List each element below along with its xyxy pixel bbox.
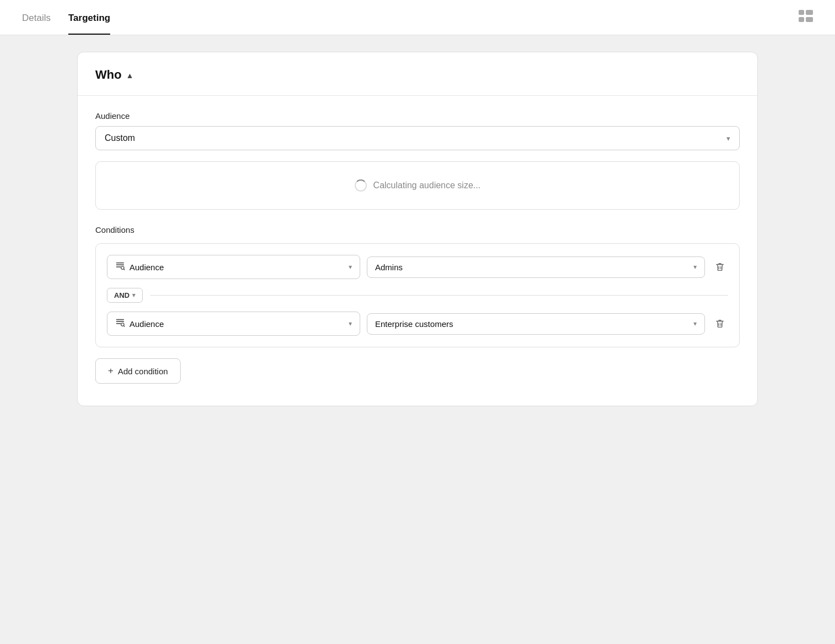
svg-rect-0	[799, 10, 804, 15]
condition-type-label-2: Audience	[129, 319, 344, 329]
svg-rect-2	[799, 17, 804, 22]
and-chevron-down-icon: ▾	[132, 292, 135, 299]
svg-rect-3	[806, 17, 813, 22]
add-condition-label: Add condition	[118, 367, 168, 376]
audience-select-value: Custom	[105, 133, 135, 143]
conditions-container: Audience ▾ Admins ▾	[95, 243, 740, 347]
svg-rect-4	[116, 263, 124, 264]
who-card: Who ▲ Audience Custom ▾ Calculating audi…	[77, 52, 758, 406]
audience-chevron-down-icon: ▾	[726, 134, 730, 143]
condition-value-select-1[interactable]: Admins ▾	[367, 256, 705, 278]
tab-targeting[interactable]: Targeting	[68, 13, 110, 35]
conditions-label: Conditions	[95, 225, 740, 234]
svg-rect-9	[116, 321, 124, 322]
audience-type-icon-1	[115, 261, 125, 273]
plus-icon: +	[108, 365, 113, 376]
condition-value-label-2: Enterprise customers	[375, 319, 453, 329]
collapse-chevron-icon[interactable]: ▲	[126, 71, 134, 80]
section-divider	[78, 95, 757, 96]
tab-details[interactable]: Details	[22, 13, 51, 35]
svg-rect-6	[116, 266, 121, 268]
condition-value-chevron-2: ▾	[693, 320, 697, 328]
section-header: Who ▲	[95, 68, 740, 82]
and-badge[interactable]: AND ▾	[107, 288, 143, 303]
condition-type-chevron-2: ▾	[349, 320, 352, 328]
and-label: AND	[114, 291, 129, 299]
calculating-box: Calculating audience size...	[95, 161, 740, 210]
svg-rect-10	[116, 323, 121, 324]
loading-spinner	[355, 179, 367, 192]
condition-row-1: Audience ▾ Admins ▾	[107, 255, 728, 279]
main-content: Who ▲ Audience Custom ▾ Calculating audi…	[0, 35, 835, 423]
audience-field: Audience Custom ▾	[95, 111, 740, 150]
delete-condition-button-2[interactable]	[712, 315, 728, 332]
audience-type-icon-2	[115, 318, 125, 330]
tab-details-label: Details	[22, 13, 51, 23]
and-row: AND ▾	[107, 288, 728, 303]
condition-type-chevron-1: ▾	[349, 263, 352, 271]
svg-rect-5	[116, 264, 124, 265]
condition-value-chevron-1: ▾	[693, 263, 697, 271]
svg-rect-8	[116, 319, 124, 320]
layout-icon[interactable]	[799, 10, 813, 25]
nav-tabs: Details Targeting	[22, 0, 110, 35]
tab-targeting-label: Targeting	[68, 13, 110, 23]
audience-label: Audience	[95, 111, 740, 121]
add-condition-button[interactable]: + Add condition	[95, 358, 181, 384]
condition-value-label-1: Admins	[375, 263, 403, 272]
audience-select[interactable]: Custom ▾	[95, 126, 740, 150]
delete-condition-button-1[interactable]	[712, 259, 728, 275]
and-divider-line	[150, 295, 728, 296]
top-nav: Details Targeting	[0, 0, 835, 35]
condition-type-select-1[interactable]: Audience ▾	[107, 255, 360, 279]
condition-value-select-2[interactable]: Enterprise customers ▾	[367, 313, 705, 335]
svg-rect-1	[806, 10, 813, 15]
condition-type-select-2[interactable]: Audience ▾	[107, 312, 360, 336]
condition-type-label-1: Audience	[129, 263, 344, 272]
calculating-text: Calculating audience size...	[373, 181, 481, 190]
section-title: Who	[95, 68, 122, 82]
conditions-section: Conditions	[95, 225, 740, 384]
condition-row-2: Audience ▾ Enterprise customers ▾	[107, 312, 728, 336]
